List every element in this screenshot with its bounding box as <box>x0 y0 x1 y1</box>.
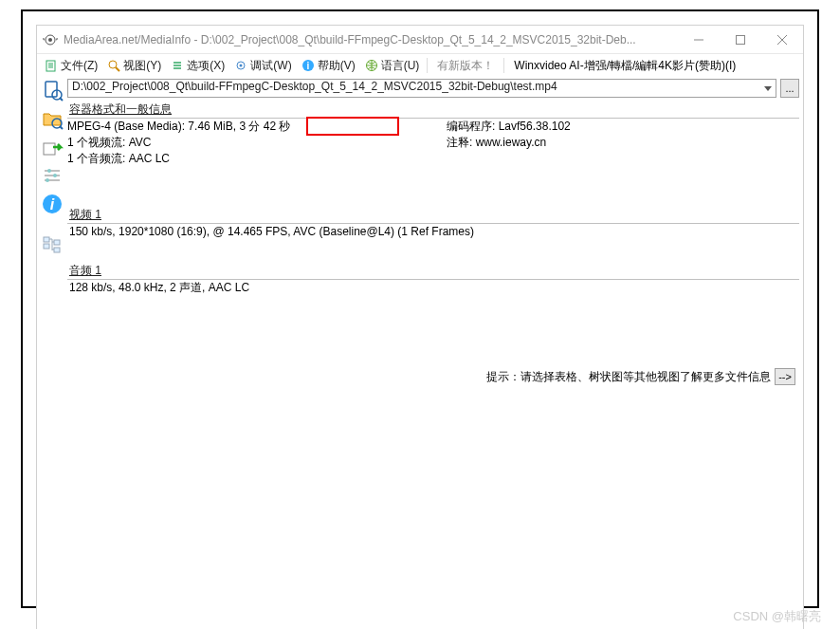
view-icon <box>107 59 120 72</box>
close-button[interactable] <box>761 26 803 54</box>
menu-view[interactable]: 视图(Y) <box>103 57 165 75</box>
svg-point-10 <box>240 65 243 67</box>
browse-button[interactable]: ... <box>780 79 799 98</box>
menu-file[interactable]: 文件(Z) <box>41 57 101 75</box>
maximize-button[interactable] <box>720 26 761 54</box>
app-icon <box>43 32 58 47</box>
svg-point-7 <box>109 61 117 68</box>
globe-icon <box>365 59 378 72</box>
file-icon <box>45 59 58 72</box>
svg-text:i: i <box>50 196 55 213</box>
sidebar-tree-icon[interactable] <box>41 234 64 257</box>
svg-rect-26 <box>44 244 49 249</box>
separator <box>427 58 428 73</box>
separator <box>503 58 504 73</box>
general-section: 容器格式和一般信息 MPEG-4 (Base Media): 7.46 MiB,… <box>67 100 799 167</box>
svg-rect-27 <box>54 240 60 245</box>
menu-options[interactable]: 选项(X) <box>167 57 228 75</box>
menu-language[interactable]: 语言(U) <box>361 57 424 75</box>
sidebar-folder-icon[interactable] <box>41 107 64 130</box>
options-icon <box>171 59 184 72</box>
svg-point-20 <box>47 169 51 173</box>
sidebar-options-icon[interactable] <box>41 164 64 187</box>
sidebar-file-icon[interactable] <box>41 79 64 102</box>
svg-line-8 <box>116 67 119 71</box>
content-area: D:\002_Project\008_Qt\build-FFmpegC-Desk… <box>67 77 803 629</box>
minimize-button[interactable] <box>678 26 720 54</box>
update-notice[interactable]: 有新版本！ <box>431 58 500 74</box>
svg-rect-28 <box>54 248 60 252</box>
hint-button[interactable]: --> <box>775 368 795 385</box>
general-title: 容器格式和一般信息 <box>67 100 799 118</box>
menu-label: 文件(Z) <box>61 58 98 74</box>
svg-line-18 <box>60 126 63 129</box>
menubar: 文件(Z) 视图(Y) 选项(X) 调试(W) i帮助(V) 语言(U) 有新版… <box>37 54 803 77</box>
general-video-stream-line: 1 个视频流: AVC <box>67 135 447 151</box>
help-icon: i <box>301 59 315 72</box>
menu-label: 帮助(V) <box>318 58 356 74</box>
svg-rect-19 <box>44 143 55 155</box>
audio-section: 音频 1 128 kb/s, 48.0 kHz, 2 声道, AAC LC <box>67 261 799 300</box>
svg-point-1 <box>48 38 52 42</box>
path-combobox[interactable]: D:\002_Project\008_Qt\build-FFmpegC-Desk… <box>67 79 776 98</box>
hint-row: 提示：请选择表格、树状图等其他视图了解更多文件信息 --> <box>67 366 799 389</box>
menu-debug[interactable]: 调试(W) <box>230 57 295 75</box>
audio-detail-line: 128 kb/s, 48.0 kHz, 2 声道, AAC LC <box>67 280 799 300</box>
svg-text:i: i <box>306 61 309 71</box>
svg-line-16 <box>60 98 63 101</box>
titlebar: MediaArea.net/MediaInfo - D:\002_Project… <box>37 26 803 54</box>
window-title: MediaArea.net/MediaInfo - D:\002_Project… <box>64 33 678 46</box>
sidebar-export-icon[interactable] <box>41 136 64 158</box>
menu-label: 调试(W) <box>250 58 291 74</box>
app-window: MediaArea.net/MediaInfo - D:\002_Project… <box>36 25 804 629</box>
video-title: 视频 1 <box>67 205 799 223</box>
svg-rect-14 <box>46 82 57 97</box>
svg-rect-25 <box>44 237 49 242</box>
video-section: 视频 1 150 kb/s, 1920*1080 (16:9), @ 14.46… <box>67 205 799 244</box>
general-encoder-line: 编码程序: Lavf56.38.102 <box>447 119 571 135</box>
debug-icon <box>234 59 247 72</box>
video-detail-line: 150 kb/s, 1920*1080 (16:9), @ 14.465 FPS… <box>67 224 799 244</box>
general-comment-line: 注释: www.ieway.cn <box>447 135 571 151</box>
sponsor-link[interactable]: Winxvideo AI-增强/轉檔/編輯4K影片(赞助)(I) <box>508 58 741 74</box>
highlight-box <box>306 117 399 136</box>
menu-label: 选项(X) <box>187 58 225 74</box>
hint-text: 提示：请选择表格、树状图等其他视图了解更多文件信息 <box>486 369 771 385</box>
svg-rect-3 <box>737 35 745 44</box>
svg-point-22 <box>46 178 49 182</box>
sidebar-info-icon[interactable]: i <box>41 193 64 215</box>
general-audio-stream-line: 1 个音频流: AAC LC <box>67 151 447 167</box>
sidebar: i <box>37 77 67 629</box>
menu-label: 视图(Y) <box>123 58 161 74</box>
audio-title: 音频 1 <box>67 261 799 279</box>
watermark: CSDN @韩曙亮 <box>733 608 821 625</box>
general-format-line: MPEG-4 (Base Media): 7.46 MiB, 3 分 42 秒 <box>67 120 290 133</box>
menu-help[interactable]: i帮助(V) <box>298 57 359 75</box>
path-value: D:\002_Project\008_Qt\build-FFmpegC-Desk… <box>72 80 557 93</box>
svg-point-21 <box>53 174 57 177</box>
menu-label: 语言(U) <box>381 58 420 74</box>
